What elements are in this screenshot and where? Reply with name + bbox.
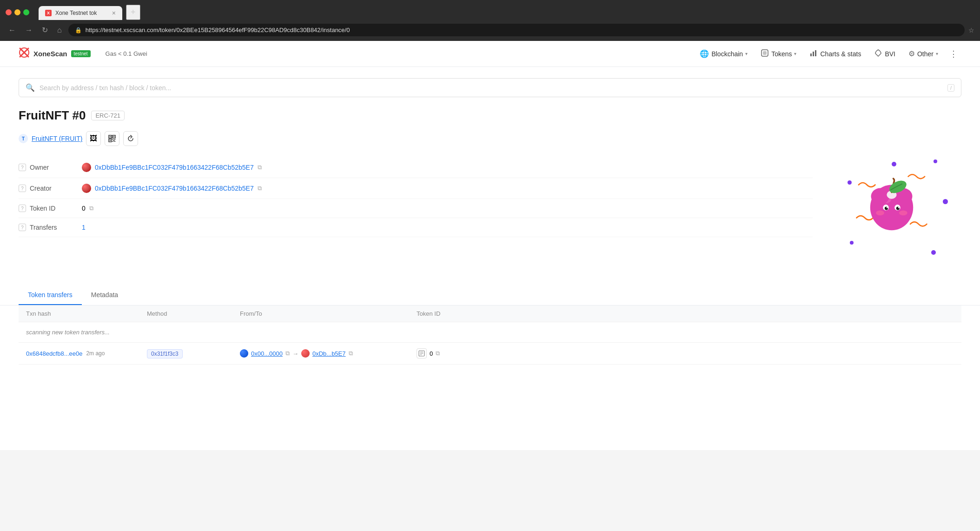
table-row: 0x6848edcfb8...ee0e 2m ago 0x31f1f3c3 0x…: [19, 343, 961, 365]
th-token-id: Token ID: [417, 310, 954, 317]
svg-point-29: [876, 211, 884, 216]
browser-tabs: X Xone Testnet tok × +: [39, 5, 140, 20]
token-id-help-icon[interactable]: ?: [19, 205, 26, 212]
search-bar: 🔍 /: [19, 78, 961, 97]
svg-rect-2: [763, 51, 767, 55]
td-txn-hash: 0x6848edcfb8...ee0e 2m ago: [26, 350, 147, 357]
nft-svg-image: [854, 164, 929, 239]
active-tab[interactable]: X Xone Testnet tok ×: [39, 6, 122, 20]
tabs-section: Token transfers Metadata: [0, 285, 980, 305]
home-button[interactable]: ⌂: [54, 24, 65, 36]
svg-point-30: [899, 211, 907, 216]
token-type-indicator: T: [19, 134, 28, 143]
deco-dot-6: [931, 250, 936, 255]
address-bar[interactable]: 🔒 https://testnet.xscscan.com/token/0x2B…: [68, 24, 965, 36]
token-section: FruitNFT #0 ERC-721 T FruitNFT (FRUIT) 🖼: [0, 105, 980, 274]
from-avatar: [240, 349, 248, 358]
creator-address-link[interactable]: 0xDbBb1Fe9BBc1FC032F479b1663422F68Cb52b5…: [95, 185, 254, 192]
svg-rect-3: [810, 53, 812, 56]
token-details: ? Owner 0xDbBb1Fe9BBc1FC032F479b1663422F…: [19, 157, 961, 259]
svg-rect-5: [815, 50, 816, 56]
close-button[interactable]: [6, 9, 12, 15]
token-title-row: FruitNFT #0 ERC-721: [19, 108, 961, 123]
token-links: T FruitNFT (FRUIT) 🖼: [19, 131, 961, 146]
transfer-arrow-icon: →: [292, 350, 298, 357]
browser-titlebar: X Xone Testnet tok × +: [0, 0, 980, 20]
owner-help-icon[interactable]: ?: [19, 164, 26, 171]
nav-charts-label: Charts & stats: [820, 50, 861, 58]
bvi-icon: [874, 49, 882, 59]
method-badge: 0x31f1f3c3: [147, 349, 183, 358]
maximize-button[interactable]: [23, 9, 29, 15]
nft-qr-button[interactable]: [105, 131, 119, 146]
txn-time: 2m ago: [86, 350, 105, 357]
token-id-label: ? Token ID: [19, 205, 74, 212]
token-id-copy-icon[interactable]: ⧉: [436, 350, 440, 357]
owner-value: 0xDbBb1Fe9BBc1FC032F479b1663422F68Cb52b5…: [82, 163, 262, 172]
nft-artwork: [845, 157, 947, 259]
nav-blockchain-label: Blockchain: [711, 50, 743, 58]
nft-image-preview-button[interactable]: 🖼: [86, 131, 101, 146]
gas-info: Gas < 0.1 Gwei: [106, 50, 147, 57]
creator-value: 0xDbBb1Fe9BBc1FC032F479b1663422F68Cb52b5…: [82, 184, 262, 193]
app-wrapper: XoneScan testnet Gas < 0.1 Gwei 🌐 Blockc…: [0, 41, 980, 450]
token-info-table: ? Owner 0xDbBb1Fe9BBc1FC032F479b1663422F…: [19, 157, 813, 259]
nav-tokens[interactable]: Tokens ▾: [755, 46, 802, 62]
nav-other[interactable]: ⚙ Other ▾: [903, 46, 944, 61]
bookmark-button[interactable]: ☆: [968, 27, 974, 34]
owner-row: ? Owner 0xDbBb1Fe9BBc1FC032F479b1663422F…: [19, 157, 813, 178]
transfers-help-icon[interactable]: ?: [19, 224, 26, 231]
search-shortcut-badge: /: [947, 84, 954, 92]
token-id-value: 0 ⧉: [82, 205, 93, 212]
th-txn-hash: Txn hash: [26, 310, 147, 317]
deco-dot-4: [943, 199, 948, 204]
creator-help-icon[interactable]: ?: [19, 185, 26, 192]
forward-button[interactable]: →: [22, 24, 35, 36]
new-tab-button[interactable]: +: [126, 5, 140, 20]
transfers-value: 1: [82, 224, 86, 231]
owner-copy-button[interactable]: ⧉: [258, 164, 262, 171]
owner-address-link[interactable]: 0xDbBb1Fe9BBc1FC032F479b1663422F68Cb52b5…: [95, 164, 254, 171]
other-icon: ⚙: [908, 49, 915, 58]
tab-close-button[interactable]: ×: [112, 9, 116, 17]
th-from-to: From/To: [240, 310, 417, 317]
tokens-chevron: ▾: [794, 51, 796, 56]
transfers-count-link[interactable]: 1: [82, 224, 86, 231]
token-standard-badge: ERC-721: [91, 111, 124, 120]
td-method: 0x31f1f3c3: [147, 350, 240, 357]
collection-link[interactable]: FruitNFT (FRUIT): [32, 135, 82, 142]
td-token-id: 0 ⧉: [417, 348, 954, 358]
to-copy-button[interactable]: ⧉: [349, 350, 353, 357]
svg-rect-12: [113, 139, 113, 140]
token-id-copy-button[interactable]: ⧉: [89, 205, 93, 212]
scanning-status: scanning new token transfers...: [19, 322, 961, 343]
nft-token-icon: [417, 348, 427, 358]
from-address-link[interactable]: 0x00...0000: [251, 350, 283, 357]
from-copy-button[interactable]: ⧉: [285, 350, 290, 357]
tab-metadata[interactable]: Metadata: [82, 285, 127, 305]
search-icon: 🔍: [26, 83, 35, 92]
search-input[interactable]: [40, 84, 943, 92]
creator-copy-button[interactable]: ⧉: [258, 185, 262, 192]
back-button[interactable]: ←: [6, 24, 19, 36]
nft-image-area: [831, 157, 961, 259]
nft-refresh-button[interactable]: [123, 131, 138, 146]
nav-bvi[interactable]: BVI: [868, 46, 901, 62]
txn-hash-link[interactable]: 0x6848edcfb8...ee0e: [26, 350, 82, 357]
reload-button[interactable]: ↻: [39, 24, 51, 36]
tabs-row: Token transfers Metadata: [19, 285, 961, 305]
testnet-badge: testnet: [71, 50, 91, 57]
table-header-row: Txn hash Method From/To Token ID: [19, 305, 961, 322]
to-address-link[interactable]: 0xDb...b5E7: [312, 350, 346, 357]
nav-blockchain[interactable]: 🌐 Blockchain ▾: [694, 46, 753, 61]
more-menu-button[interactable]: ⋮: [946, 46, 961, 62]
nav-charts[interactable]: Charts & stats: [804, 46, 867, 62]
nav-bvi-label: BVI: [885, 50, 895, 58]
minimize-button[interactable]: [14, 9, 20, 15]
tab-favicon: X: [45, 10, 52, 16]
svg-rect-16: [114, 141, 115, 142]
creator-row: ? Creator 0xDbBb1Fe9BBc1FC032F479b166342…: [19, 178, 813, 199]
address-text: https://testnet.xscscan.com/token/0x2BEe…: [86, 27, 958, 33]
svg-rect-7: [110, 136, 111, 137]
tab-token-transfers[interactable]: Token transfers: [19, 285, 82, 305]
